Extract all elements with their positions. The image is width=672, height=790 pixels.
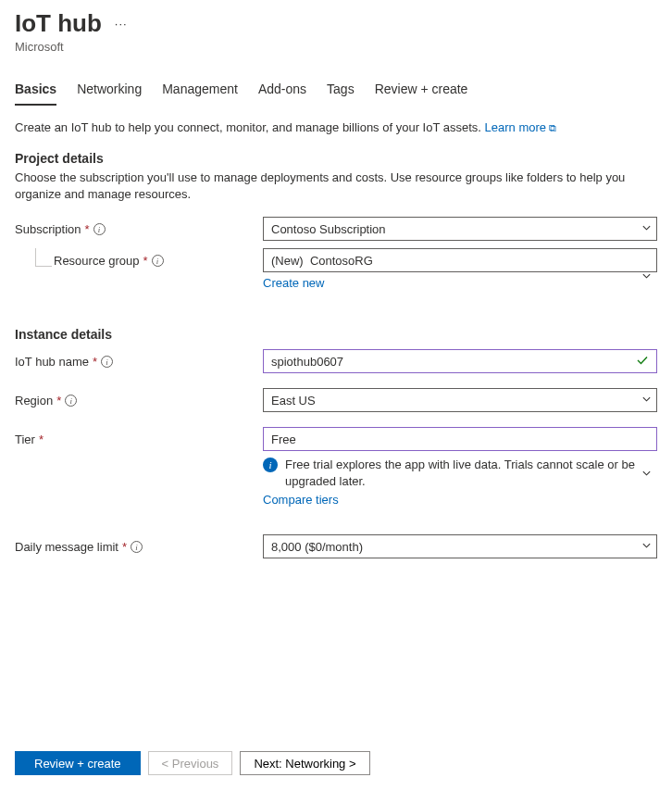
tree-connector [35,248,52,267]
publisher-label: Microsoft [15,40,657,54]
external-link-icon: ⧉ [549,122,556,133]
region-label: Region [15,394,53,408]
resource-group-select[interactable]: (New) ContosoRG [263,248,657,272]
tab-review[interactable]: Review + create [375,76,468,106]
more-icon[interactable]: ··· [115,17,128,31]
required-marker: * [122,540,127,554]
intro-text: Create an IoT hub to help you connect, m… [15,120,657,134]
required-marker: * [85,222,90,236]
page-title: IoT hub [15,9,102,38]
resource-group-label: Resource group [54,254,140,268]
info-icon: i [263,458,278,472]
resource-group-value: ContosoRG [310,254,373,268]
tab-management[interactable]: Management [162,76,238,106]
info-icon[interactable]: i [65,395,77,407]
required-marker: * [93,355,97,369]
region-value: East US [271,394,316,408]
hub-name-input[interactable] [263,349,657,373]
required-marker: * [56,394,61,408]
create-new-link[interactable]: Create new [263,276,657,290]
tab-strip: Basics Networking Management Add-ons Tag… [15,76,657,106]
tab-addons[interactable]: Add-ons [258,76,306,106]
region-select[interactable]: East US [263,388,657,412]
info-icon[interactable]: i [101,356,113,368]
subscription-label: Subscription [15,222,81,236]
required-marker: * [39,433,44,446]
daily-limit-label: Daily message limit [15,540,118,554]
required-marker: * [143,254,148,268]
intro-body: Create an IoT hub to help you connect, m… [15,120,485,134]
project-details-desc: Choose the subscription you'll use to ma… [15,169,657,202]
tab-basics[interactable]: Basics [15,76,56,106]
tier-label: Tier [15,433,35,446]
daily-limit-value: 8,000 ($0/month) [271,540,363,554]
tab-networking[interactable]: Networking [77,76,142,106]
tier-select[interactable]: Free [263,427,657,451]
tab-tags[interactable]: Tags [327,76,355,106]
learn-more-link[interactable]: Learn more [485,120,546,134]
subscription-select[interactable]: Contoso Subscription [263,217,657,241]
checkmark-icon [635,353,650,370]
compare-tiers-link[interactable]: Compare tiers [263,493,657,507]
info-icon[interactable]: i [152,255,164,267]
info-icon[interactable]: i [93,223,106,235]
resource-group-new-prefix: (New) [271,254,304,268]
subscription-value: Contoso Subscription [271,222,386,236]
hub-name-label: IoT hub name [15,355,89,369]
tier-info-text: Free trial explores the app with live da… [285,457,657,489]
info-icon[interactable]: i [131,541,143,553]
tier-value: Free [271,433,296,446]
project-details-title: Project details [15,151,657,166]
instance-details-title: Instance details [15,327,657,342]
daily-limit-select[interactable]: 8,000 ($0/month) [263,534,657,558]
